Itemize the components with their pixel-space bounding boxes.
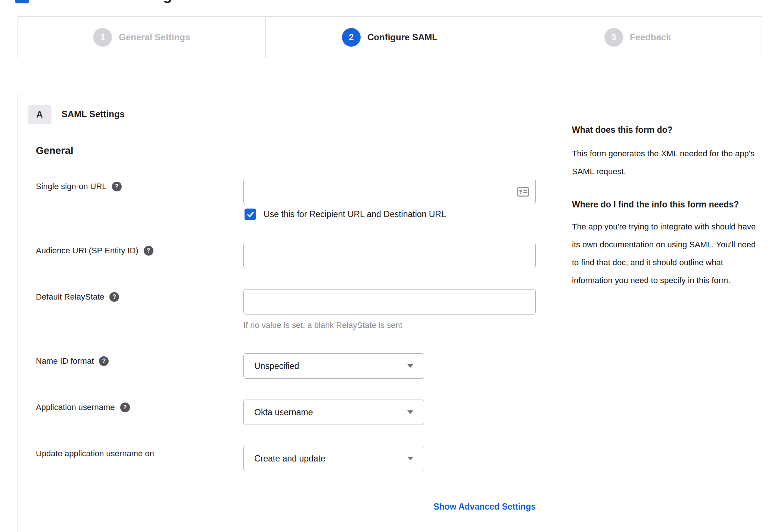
update-username-value: Create and update — [254, 454, 407, 464]
step-number-badge: 3 — [604, 28, 623, 47]
audience-uri-label-text: Audience URI (SP Entity ID) — [36, 246, 139, 256]
relay-state-input[interactable] — [243, 289, 536, 314]
sso-url-input-wrap — [243, 179, 536, 204]
step-number-badge: 1 — [93, 28, 112, 47]
step-label: Feedback — [630, 32, 671, 43]
show-advanced-settings-link[interactable]: Show Advanced Settings — [243, 502, 536, 512]
update-username-label: Update application username on — [36, 449, 154, 459]
clipped-page-header: Create SAML Integration — [0, 0, 781, 6]
step-configure-saml[interactable]: 2 Configure SAML — [265, 17, 513, 58]
section-title: SAML Settings — [62, 109, 125, 119]
name-id-format-label: Name ID format ? — [36, 356, 109, 366]
help-answer-2: The app you're trying to integrate with … — [572, 218, 760, 290]
help-icon[interactable]: ? — [99, 356, 109, 366]
chevron-down-icon — [407, 364, 413, 368]
recipient-url-checkbox-row: Use this for Recipient URL and Destinati… — [245, 209, 446, 220]
name-id-format-value: Unspecified — [254, 361, 407, 371]
help-sidebar: What does this form do? This form genera… — [572, 122, 760, 290]
check-icon — [246, 210, 255, 219]
section-a-badge: A — [28, 105, 52, 124]
application-username-select[interactable]: Okta username — [243, 400, 424, 425]
name-id-format-select[interactable]: Unspecified — [243, 353, 424, 379]
application-username-label-text: Application username — [36, 403, 115, 412]
relay-state-label-text: Default RelayState — [36, 292, 104, 302]
relay-state-hint: If no value is set, a blank RelayState i… — [243, 320, 402, 330]
step-label: General Settings — [119, 32, 190, 43]
saml-settings-panel: A SAML Settings General Single sign-on U… — [18, 94, 555, 532]
page: Create SAML Integration 1 General Settin… — [0, 0, 781, 532]
update-username-select[interactable]: Create and update — [243, 446, 424, 471]
sso-url-label: Single sign-on URL ? — [36, 182, 122, 191]
help-icon[interactable]: ? — [120, 403, 130, 412]
step-number-badge: 2 — [342, 28, 361, 47]
step-general-settings[interactable]: 1 General Settings — [18, 17, 265, 58]
audience-uri-input[interactable] — [243, 243, 536, 268]
help-icon[interactable]: ? — [109, 292, 119, 302]
help-answer-1: This form generates the XML needed for t… — [572, 145, 760, 181]
name-id-format-label-text: Name ID format — [36, 356, 94, 366]
update-username-label-text: Update application username on — [36, 449, 154, 459]
wizard-stepper: 1 General Settings 2 Configure SAML 3 Fe… — [18, 16, 762, 58]
relay-state-label: Default RelayState ? — [36, 292, 119, 302]
chevron-down-icon — [407, 457, 413, 460]
sso-url-input[interactable] — [243, 179, 536, 204]
application-username-label: Application username ? — [36, 403, 130, 412]
use-for-recipient-checkbox[interactable] — [245, 209, 256, 220]
audience-uri-label: Audience URI (SP Entity ID) ? — [36, 246, 153, 256]
general-group-title: General — [36, 145, 74, 157]
sso-url-label-text: Single sign-on URL — [36, 182, 107, 191]
help-question-1: What does this form do? — [572, 122, 760, 138]
application-username-value: Okta username — [254, 407, 407, 417]
help-icon[interactable]: ? — [112, 182, 122, 191]
help-icon[interactable]: ? — [144, 246, 153, 256]
step-feedback[interactable]: 3 Feedback — [514, 17, 762, 58]
help-question-2: Where do I find the info this form needs… — [572, 196, 760, 213]
recipient-url-checkbox-label: Use this for Recipient URL and Destinati… — [264, 209, 446, 219]
app-logo-icon — [15, 0, 29, 3]
chevron-down-icon — [407, 410, 413, 414]
step-label: Configure SAML — [367, 32, 438, 43]
page-title: Create SAML Integration — [40, 0, 214, 3]
